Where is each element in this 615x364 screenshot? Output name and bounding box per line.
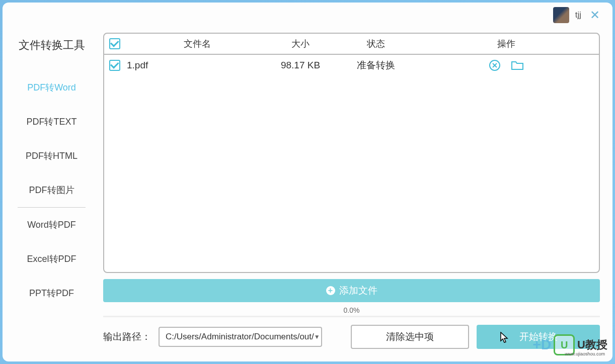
header-status: 状态 <box>333 38 419 50</box>
nav-word-to-pdf[interactable]: Word转PDF <box>3 208 101 242</box>
close-icon[interactable]: ✕ <box>587 8 602 22</box>
header-size: 大小 <box>268 38 333 50</box>
clear-selection-button[interactable]: 清除选中项 <box>351 325 469 349</box>
chevron-down-icon: ▼ <box>314 333 320 340</box>
nav-excel-to-pdf[interactable]: Excel转PDF <box>3 242 101 276</box>
nav-pdf-to-text[interactable]: PDF转TEXT <box>3 105 101 139</box>
header-action: 操作 <box>419 38 594 50</box>
folder-icon[interactable] <box>511 59 524 71</box>
list-header: 文件名 大小 状态 操作 <box>104 34 599 55</box>
output-path-value: C:/Users/Administrator/Documents/out/ <box>166 332 314 342</box>
progress-row: 0.0% <box>103 306 600 317</box>
remove-icon[interactable] <box>489 59 501 71</box>
main-content: 文件转换工具 PDF转Word PDF转TEXT PDF转HTML PDF转图片… <box>3 28 612 361</box>
header-filename: 文件名 <box>127 38 268 50</box>
nav-pdf-to-word[interactable]: PDF转Word <box>3 70 101 105</box>
row-size: 98.17 KB <box>268 60 333 71</box>
nav-ppt-to-pdf[interactable]: PPT转PDF <box>3 276 101 310</box>
row-status: 准备转换 <box>333 59 419 72</box>
username: tjj <box>575 10 581 20</box>
row-filename: 1.pdf <box>127 60 268 71</box>
bottom-row: 输出路径： C:/Users/Administrator/Documents/o… <box>103 325 600 349</box>
nav-pdf-to-image[interactable]: PDF转图片 <box>3 173 101 207</box>
progress-text: 0.0% <box>344 306 360 314</box>
file-list: 文件名 大小 状态 操作 1.pdf 98.17 KB 准备转换 <box>103 33 600 273</box>
start-convert-button[interactable]: 开始转换 <box>477 325 600 349</box>
avatar[interactable] <box>553 7 569 23</box>
content-area: 文件名 大小 状态 操作 1.pdf 98.17 KB 准备转换 <box>101 28 612 361</box>
add-file-button[interactable]: + 添加文件 <box>103 279 600 302</box>
table-row: 1.pdf 98.17 KB 准备转换 <box>104 55 599 76</box>
output-path-label: 输出路径： <box>103 330 151 343</box>
row-checkbox[interactable] <box>109 60 120 71</box>
select-all-checkbox[interactable] <box>109 38 120 49</box>
output-path-select[interactable]: C:/Users/Administrator/Documents/out/ ▼ <box>159 327 322 347</box>
add-file-label: 添加文件 <box>339 284 377 297</box>
sidebar: 文件转换工具 PDF转Word PDF转TEXT PDF转HTML PDF转图片… <box>3 28 101 361</box>
progress-bar <box>103 316 600 317</box>
app-title: 文件转换工具 <box>3 38 101 53</box>
nav-pdf-to-html[interactable]: PDF转HTML <box>3 139 101 173</box>
titlebar: tjj ✕ <box>3 3 612 28</box>
plus-icon: + <box>326 286 335 295</box>
app-window: tjj ✕ 文件转换工具 PDF转Word PDF转TEXT PDF转HTML … <box>3 3 612 361</box>
